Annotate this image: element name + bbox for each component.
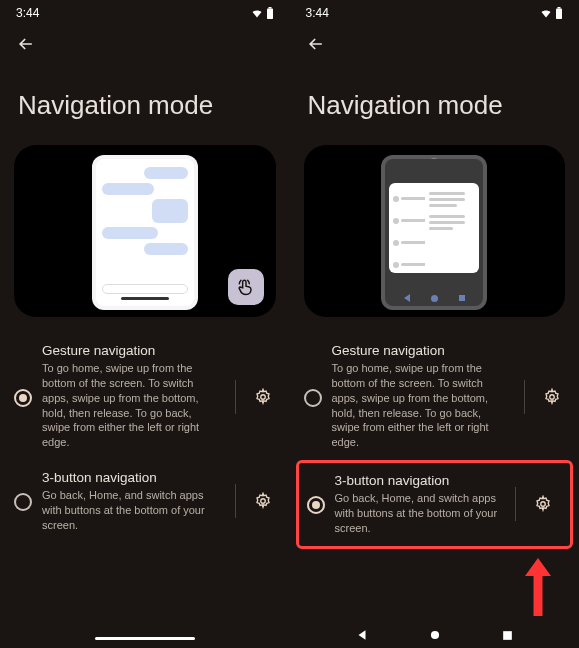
gesture-settings-button[interactable] <box>246 388 280 406</box>
option-title: 3-button navigation <box>42 470 221 485</box>
radio-3button[interactable] <box>307 496 325 514</box>
clock: 3:44 <box>16 6 39 20</box>
preview-card <box>14 145 276 317</box>
clock: 3:44 <box>306 6 329 20</box>
gesture-pill <box>95 637 195 640</box>
phone-mockup <box>381 155 487 310</box>
arrow-left-icon <box>16 34 36 54</box>
annotation-highlight: 3-button navigation Go back, Home, and s… <box>296 460 574 549</box>
arrow-left-icon <box>306 34 326 54</box>
nav-back-icon[interactable] <box>355 628 369 642</box>
wifi-icon <box>539 7 553 19</box>
option-gesture[interactable]: Gesture navigation To go home, swipe up … <box>0 333 290 460</box>
svg-rect-0 <box>267 9 273 20</box>
wifi-icon <box>250 7 264 19</box>
status-icons <box>250 7 274 19</box>
screen-right: 3:44 Navigation mode <box>290 0 580 648</box>
svg-point-6 <box>550 394 555 399</box>
3button-settings-button[interactable] <box>526 495 560 513</box>
annotation-arrow-icon <box>521 556 555 616</box>
divider <box>235 380 236 414</box>
svg-point-7 <box>541 502 546 507</box>
system-nav-gesture[interactable] <box>0 637 290 640</box>
gear-icon <box>254 388 272 406</box>
battery-icon <box>266 7 274 19</box>
back-button[interactable] <box>290 22 580 62</box>
status-icons <box>539 7 563 19</box>
nav-home-icon[interactable] <box>428 628 442 642</box>
nav-recents-icon[interactable] <box>501 629 514 642</box>
preview-card <box>304 145 566 317</box>
option-desc: To go home, swipe up from the bottom of … <box>42 361 221 450</box>
option-title: Gesture navigation <box>42 343 221 358</box>
option-title: Gesture navigation <box>332 343 511 358</box>
page-title: Navigation mode <box>0 62 290 137</box>
svg-rect-5 <box>558 7 561 9</box>
back-button[interactable] <box>0 22 290 62</box>
svg-point-3 <box>260 499 265 504</box>
option-3button[interactable]: 3-button navigation Go back, Home, and s… <box>0 460 290 543</box>
option-desc: To go home, swipe up from the bottom of … <box>332 361 511 450</box>
touch-indicator-icon <box>228 269 264 305</box>
3button-settings-button[interactable] <box>246 492 280 510</box>
gear-icon <box>534 495 552 513</box>
radio-3button[interactable] <box>14 493 32 511</box>
gear-icon <box>254 492 272 510</box>
status-bar: 3:44 <box>290 0 580 22</box>
battery-icon <box>555 7 563 19</box>
radio-gesture[interactable] <box>304 389 322 407</box>
option-title: 3-button navigation <box>335 473 502 488</box>
svg-point-2 <box>260 394 265 399</box>
svg-rect-1 <box>268 7 271 9</box>
phone-mockup <box>92 155 198 310</box>
option-3button[interactable]: 3-button navigation Go back, Home, and s… <box>299 463 571 546</box>
svg-rect-4 <box>556 9 562 20</box>
page-title: Navigation mode <box>290 62 580 137</box>
gear-icon <box>543 388 561 406</box>
divider <box>524 380 525 414</box>
status-bar: 3:44 <box>0 0 290 22</box>
screen-left: 3:44 Navigation mode <box>0 0 290 648</box>
option-desc: Go back, Home, and switch apps with butt… <box>335 491 502 536</box>
divider <box>235 484 236 518</box>
divider <box>515 487 516 521</box>
svg-point-8 <box>431 631 439 639</box>
system-nav-3button[interactable] <box>290 628 580 642</box>
radio-gesture[interactable] <box>14 389 32 407</box>
option-desc: Go back, Home, and switch apps with butt… <box>42 488 221 533</box>
hand-tap-icon <box>236 277 256 297</box>
gesture-settings-button[interactable] <box>535 388 569 406</box>
option-gesture[interactable]: Gesture navigation To go home, swipe up … <box>290 333 580 460</box>
svg-rect-9 <box>503 631 512 640</box>
